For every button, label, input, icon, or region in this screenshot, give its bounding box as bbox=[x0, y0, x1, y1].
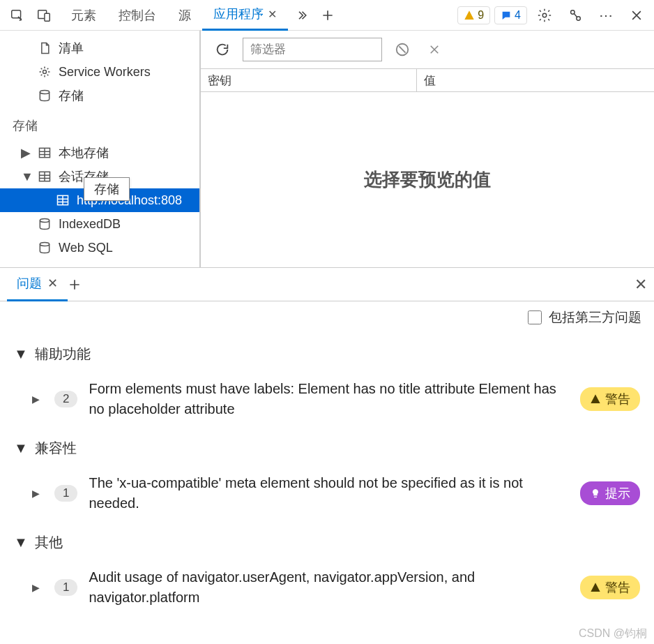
clear-all-icon[interactable] bbox=[390, 38, 414, 61]
close-icon[interactable]: ✕ bbox=[268, 8, 277, 21]
issue-count: 1 bbox=[54, 579, 77, 596]
chevron-right-icon[interactable]: ▶ bbox=[32, 488, 43, 499]
storage-table-header: 密钥 值 bbox=[201, 68, 654, 92]
database-icon bbox=[38, 241, 52, 255]
close-devtools-icon[interactable] bbox=[623, 2, 650, 29]
drawer-tabbar: 问题 ✕ ✕ bbox=[0, 268, 654, 301]
sidebar-item-label: 存储 bbox=[59, 87, 84, 104]
third-party-toggle-row: 包括第三方问题 bbox=[0, 301, 654, 334]
tab-application-label: 应用程序 bbox=[213, 6, 264, 22]
filter-input[interactable] bbox=[243, 38, 382, 61]
more-menu-icon[interactable]: ⋯ bbox=[593, 2, 619, 29]
delete-icon[interactable] bbox=[423, 38, 446, 61]
inspect-element-icon[interactable] bbox=[4, 2, 31, 29]
add-drawer-tab-icon[interactable] bbox=[68, 278, 82, 292]
tab-elements[interactable]: 元素 bbox=[60, 0, 107, 31]
main-tabs: 元素 控制台 源 应用程序 ✕ bbox=[60, 0, 341, 31]
section-label: 其他 bbox=[35, 533, 63, 552]
tab-issues[interactable]: 问题 ✕ bbox=[7, 268, 68, 301]
svg-point-6 bbox=[43, 70, 47, 74]
third-party-checkbox[interactable] bbox=[528, 310, 542, 324]
application-panel: 清单 Service Workers 存储 存储 ▶ 本地存储 ▼ 会话存储 h… bbox=[0, 31, 654, 268]
toolbar-right: 9 4 ⋯ bbox=[457, 2, 650, 29]
sidebar-item-local-storage[interactable]: ▶ 本地存储 bbox=[0, 141, 199, 165]
chevron-down-icon: ▼ bbox=[14, 346, 28, 362]
issue-row: ▶ 2 Form elements must have labels: Elem… bbox=[8, 370, 646, 432]
activity-icon[interactable] bbox=[562, 2, 588, 29]
sidebar-item-indexeddb[interactable]: IndexedDB bbox=[0, 212, 199, 236]
column-value[interactable]: 值 bbox=[417, 69, 654, 91]
svg-point-12 bbox=[40, 243, 49, 246]
svg-point-11 bbox=[40, 219, 49, 223]
messages-badge[interactable]: 4 bbox=[494, 6, 527, 24]
database-icon bbox=[38, 217, 52, 231]
warnings-count: 9 bbox=[478, 9, 484, 22]
sidebar-item-label: IndexedDB bbox=[59, 217, 121, 232]
sidebar-section-storage: 存储 bbox=[0, 107, 199, 141]
tab-issues-label: 问题 bbox=[17, 275, 42, 292]
issue-count: 2 bbox=[54, 391, 77, 407]
tag-warning: 警告 bbox=[580, 387, 640, 411]
chevron-right-icon: ▶ bbox=[21, 145, 31, 160]
add-tab-icon[interactable] bbox=[314, 2, 341, 29]
issue-section-accessibility[interactable]: ▼ 辅助功能 bbox=[8, 338, 646, 370]
chevron-down-icon: ▼ bbox=[14, 534, 28, 551]
table-icon bbox=[56, 193, 70, 207]
svg-rect-2 bbox=[45, 13, 50, 21]
warnings-badge[interactable]: 9 bbox=[457, 6, 490, 24]
issue-text[interactable]: Audit usage of navigator.userAgent, navi… bbox=[89, 567, 569, 608]
warning-icon bbox=[590, 394, 601, 405]
preview-empty-message: 选择要预览的值 bbox=[201, 92, 654, 267]
issues-body: ▼ 辅助功能 ▶ 2 Form elements must have label… bbox=[0, 334, 654, 620]
sidebar-item-manifest[interactable]: 清单 bbox=[0, 36, 199, 60]
tag-label: 提示 bbox=[605, 485, 630, 502]
gear-icon bbox=[38, 65, 52, 79]
tag-label: 警告 bbox=[605, 391, 630, 407]
tag-label: 警告 bbox=[605, 579, 630, 596]
sidebar-item-label: 本地存储 bbox=[59, 144, 109, 161]
sidebar-item-label: 清单 bbox=[59, 40, 84, 57]
watermark: CSDN @钧桐 bbox=[579, 627, 647, 641]
settings-icon[interactable] bbox=[531, 2, 558, 29]
refresh-icon[interactable] bbox=[211, 38, 234, 61]
lightbulb-icon bbox=[590, 488, 601, 499]
close-icon[interactable]: ✕ bbox=[47, 276, 58, 291]
issue-text[interactable]: The 'x-ua-compatible' meta element shoul… bbox=[89, 473, 569, 514]
sidebar-item-storage[interactable]: 存储 bbox=[0, 84, 199, 107]
issue-count: 1 bbox=[54, 485, 77, 502]
application-sidebar: 清单 Service Workers 存储 存储 ▶ 本地存储 ▼ 会话存储 h… bbox=[0, 31, 201, 267]
filter-bar bbox=[201, 31, 654, 68]
tab-source[interactable]: 源 bbox=[167, 0, 202, 31]
storage-detail-pane: 密钥 值 选择要预览的值 bbox=[201, 31, 654, 267]
issue-section-other[interactable]: ▼ 其他 bbox=[8, 526, 646, 559]
section-label: 辅助功能 bbox=[35, 345, 91, 364]
close-drawer-icon[interactable]: ✕ bbox=[634, 276, 647, 294]
issue-row: ▶ 1 Audit usage of navigator.userAgent, … bbox=[8, 559, 646, 620]
sidebar-item-service-workers[interactable]: Service Workers bbox=[0, 60, 199, 84]
svg-point-7 bbox=[40, 91, 49, 94]
issue-section-compatibility[interactable]: ▼ 兼容性 bbox=[8, 432, 646, 465]
chevron-right-icon[interactable]: ▶ bbox=[32, 582, 43, 593]
svg-point-3 bbox=[542, 13, 547, 17]
svg-rect-0 bbox=[12, 10, 21, 17]
tab-console[interactable]: 控制台 bbox=[107, 0, 167, 31]
table-icon bbox=[38, 146, 52, 160]
tag-warning: 警告 bbox=[580, 576, 640, 599]
device-toggle-icon[interactable] bbox=[31, 2, 57, 29]
section-label: 兼容性 bbox=[35, 439, 77, 458]
devtools-toolbar: 元素 控制台 源 应用程序 ✕ 9 4 ⋯ bbox=[0, 0, 654, 31]
sidebar-item-label: Service Workers bbox=[59, 65, 151, 80]
sidebar-item-websql[interactable]: Web SQL bbox=[0, 236, 199, 260]
chevron-right-icon[interactable]: ▶ bbox=[32, 394, 43, 405]
issue-text[interactable]: Form elements must have labels: Element … bbox=[89, 379, 569, 419]
warning-icon bbox=[590, 582, 601, 593]
tab-application[interactable]: 应用程序 ✕ bbox=[202, 0, 288, 31]
document-icon bbox=[38, 41, 52, 55]
tooltip: 存储 bbox=[84, 177, 130, 201]
tag-hint: 提示 bbox=[580, 481, 640, 505]
column-key[interactable]: 密钥 bbox=[201, 69, 417, 91]
issue-row: ▶ 1 The 'x-ua-compatible' meta element s… bbox=[8, 465, 646, 526]
more-tabs-icon[interactable] bbox=[288, 2, 314, 29]
database-icon bbox=[38, 89, 52, 103]
third-party-label: 包括第三方问题 bbox=[549, 308, 641, 327]
